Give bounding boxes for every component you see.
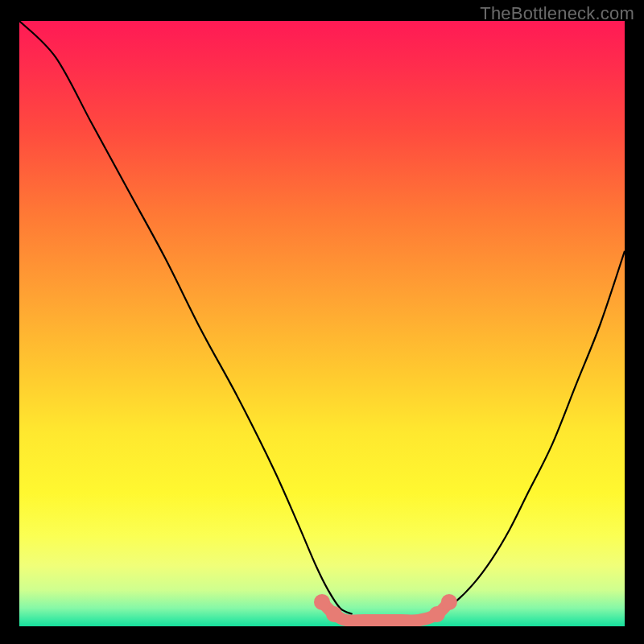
bottleneck-band: [314, 594, 457, 622]
left-curve-path: [19, 21, 353, 614]
svg-point-0: [314, 594, 330, 610]
chart-container: TheBottleneck.com: [0, 0, 644, 644]
plot-area: [19, 21, 625, 626]
svg-point-1: [326, 606, 342, 622]
right-curve-path: [437, 251, 625, 614]
watermark-text: TheBottleneck.com: [480, 3, 634, 24]
svg-point-3: [441, 594, 457, 610]
svg-point-2: [429, 606, 445, 622]
curve-overlay: [19, 21, 625, 626]
